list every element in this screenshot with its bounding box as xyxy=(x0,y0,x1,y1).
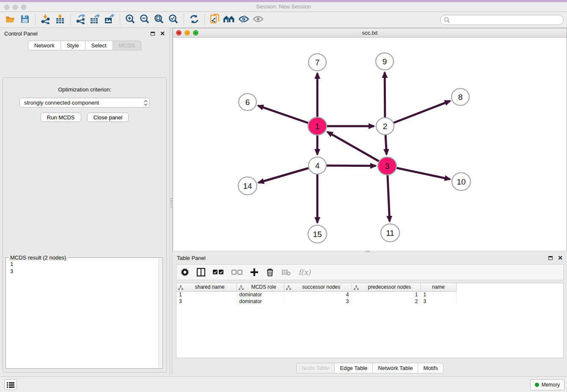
cell-predecessor-nodes[interactable]: 2 xyxy=(352,298,421,305)
show-column-button[interactable] xyxy=(197,267,205,278)
close-panel-icon[interactable]: ✕ xyxy=(160,30,165,36)
graph-node-1[interactable]: 1 xyxy=(308,117,327,135)
graph-node-4[interactable]: 4 xyxy=(308,157,326,174)
apply-layout-button[interactable] xyxy=(187,14,201,26)
optimization-criterion-label: Optimization criterion: xyxy=(3,86,166,93)
zoom-in-button[interactable] xyxy=(123,14,138,26)
import-network-button[interactable] xyxy=(39,14,53,26)
cell-predecessor-nodes[interactable]: 1 xyxy=(352,291,421,298)
svg-text:2: 2 xyxy=(383,122,388,131)
import-network-icon xyxy=(40,14,51,26)
tab-edge-table[interactable]: Edge Table xyxy=(334,363,372,373)
column-header-mcds-role[interactable]: MCDS role xyxy=(237,283,284,291)
show-all-button[interactable] xyxy=(251,14,265,26)
graph-node-7[interactable]: 7 xyxy=(308,54,326,71)
delete-table-button[interactable] xyxy=(281,267,291,278)
cell-shared-name[interactable]: 3 xyxy=(176,298,237,305)
network-canvas[interactable]: 1234678910111415 xyxy=(173,38,567,251)
table-row[interactable]: 3 dominator 3 2 3 xyxy=(176,298,456,305)
export-table-button[interactable] xyxy=(88,14,102,26)
tab-network[interactable]: Network xyxy=(28,41,61,50)
graph-node-3[interactable]: 3 xyxy=(378,157,396,175)
export-table-icon xyxy=(90,14,101,26)
open-session-button[interactable] xyxy=(3,14,18,26)
graph-node-9[interactable]: 9 xyxy=(376,53,394,70)
list-icon xyxy=(7,382,14,388)
graph-node-6[interactable]: 6 xyxy=(239,94,256,110)
first-neighbors-button[interactable] xyxy=(222,14,237,26)
export-network-button[interactable] xyxy=(74,14,88,26)
result-scrollbar[interactable] xyxy=(158,258,162,368)
close-panel-icon[interactable]: ✕ xyxy=(558,255,563,261)
fit-content-button[interactable] xyxy=(152,14,166,26)
edge-2-8[interactable] xyxy=(385,101,450,126)
hierarchy-icon xyxy=(286,285,291,290)
svg-text:10: 10 xyxy=(457,177,465,186)
column-header-predecessor-nodes[interactable]: predecessor nodes xyxy=(352,283,421,291)
mcds-panel: Optimization criterion: strongly connect… xyxy=(3,77,167,373)
network-graph[interactable]: 1234678910111415 xyxy=(173,38,567,251)
tab-network-table[interactable]: Network Table xyxy=(372,363,418,373)
cell-name[interactable]: 3 xyxy=(421,298,456,305)
cell-name[interactable]: 1 xyxy=(421,291,456,298)
import-table-button[interactable] xyxy=(53,14,67,26)
cell-successor-nodes[interactable]: 4 xyxy=(284,291,352,298)
function-builder-button[interactable]: f(x) xyxy=(298,267,311,278)
tab-mcds[interactable]: MCDS xyxy=(113,41,141,50)
vertical-splitter[interactable] xyxy=(169,28,173,375)
search-input[interactable] xyxy=(452,17,560,23)
deselect-all-button[interactable] xyxy=(231,267,242,278)
optimization-criterion-select[interactable]: strongly connected component xyxy=(19,98,150,108)
mcds-result-title: MCDS result (2 nodes) xyxy=(8,254,68,261)
search-icon xyxy=(444,17,450,23)
select-all-button[interactable] xyxy=(213,267,224,278)
create-column-button[interactable] xyxy=(250,267,259,278)
table-options-button[interactable] xyxy=(181,267,189,278)
svg-text:11: 11 xyxy=(386,229,394,237)
graph-node-2[interactable]: 2 xyxy=(376,118,394,135)
cell-mcds-role[interactable]: dominator xyxy=(237,291,284,298)
memory-button[interactable]: Memory xyxy=(530,379,564,390)
float-panel-icon[interactable] xyxy=(151,32,155,36)
new-network-from-selection-button[interactable] xyxy=(208,14,222,26)
graph-node-11[interactable]: 11 xyxy=(381,224,399,242)
search-field[interactable] xyxy=(440,15,564,25)
table-row[interactable]: 1 dominator 4 1 1 xyxy=(176,291,456,298)
cell-mcds-role[interactable]: dominator xyxy=(237,298,284,305)
delete-column-button[interactable] xyxy=(266,267,274,278)
trash-icon xyxy=(266,268,274,276)
eye-slash-icon xyxy=(238,14,249,25)
column-header-shared-name[interactable]: shared name xyxy=(176,283,237,291)
hierarchy-icon xyxy=(239,285,244,290)
network-window-titlebar[interactable]: ✕ − + scc.txt xyxy=(173,28,567,38)
zoom-selected-button[interactable] xyxy=(166,14,181,26)
task-history-button[interactable] xyxy=(4,379,17,390)
tab-node-table[interactable]: Node Table xyxy=(296,363,335,373)
run-mcds-button[interactable]: Run MCDS xyxy=(41,113,81,122)
zoom-selected-icon xyxy=(168,14,179,26)
toolbar-separator xyxy=(204,14,205,25)
export-image-button[interactable] xyxy=(102,14,117,26)
graph-node-8[interactable]: 8 xyxy=(451,88,469,105)
hide-selected-button[interactable] xyxy=(237,14,251,26)
graph-node-15[interactable]: 15 xyxy=(308,225,327,243)
graph-node-10[interactable]: 10 xyxy=(452,173,471,190)
cell-shared-name[interactable]: 1 xyxy=(176,291,237,298)
memory-label: Memory xyxy=(542,382,560,388)
cell-successor-nodes[interactable]: 3 xyxy=(284,298,352,305)
column-header-name[interactable]: name xyxy=(421,283,456,291)
svg-text:7: 7 xyxy=(315,58,320,67)
tab-select[interactable]: Select xyxy=(85,41,113,50)
tab-style[interactable]: Style xyxy=(61,41,85,50)
zoom-out-button[interactable] xyxy=(138,14,152,26)
float-panel-icon[interactable] xyxy=(548,256,553,260)
save-session-button[interactable] xyxy=(18,14,32,26)
edge-3-1[interactable] xyxy=(328,132,388,166)
toolbar-separator xyxy=(184,14,184,25)
table-panel: Table Panel ✕ f(x) shared name MCDS role xyxy=(173,252,567,375)
graph-node-14[interactable]: 14 xyxy=(238,177,257,195)
tab-motifs[interactable]: Motifs xyxy=(418,363,443,373)
column-header-successor-nodes[interactable]: successor nodes xyxy=(284,283,352,291)
splitter-grip[interactable] xyxy=(171,198,172,207)
close-panel-button[interactable]: Close panel xyxy=(87,113,129,122)
